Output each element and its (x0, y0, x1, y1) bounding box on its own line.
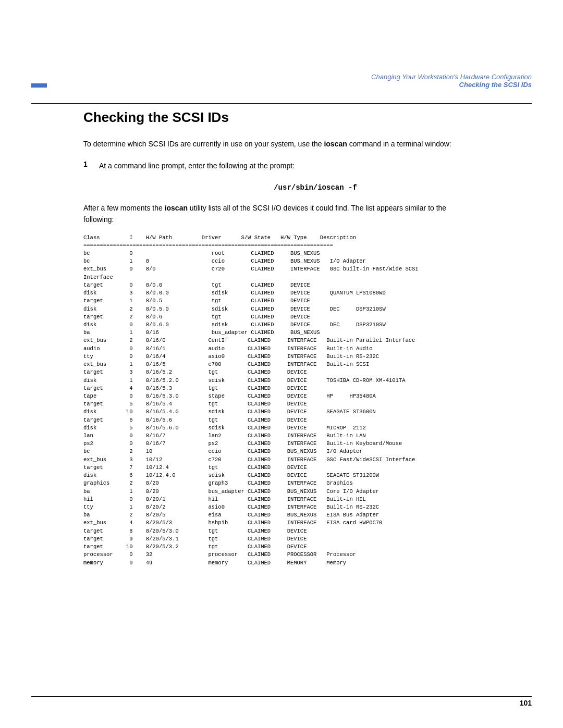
left-accent-bar (31, 83, 47, 88)
breadcrumb-line2: Checking the SCSI IDs (371, 81, 532, 89)
breadcrumb-line1: Changing Your Workstation's Hardware Con… (371, 73, 532, 81)
ioscan-bold: ioscan (324, 140, 347, 148)
command-text: /usr/sbin/ioscan -f (274, 183, 357, 192)
breadcrumb: Changing Your Workstation's Hardware Con… (371, 73, 532, 89)
page-number: 101 (520, 699, 532, 707)
command-block: /usr/sbin/ioscan -f (99, 182, 532, 192)
step-number-1: 1 (83, 160, 99, 171)
page-container: Changing Your Workstation's Hardware Con… (0, 0, 563, 728)
ioscan-bold-2: ioscan (165, 204, 188, 212)
top-rule (31, 103, 532, 104)
after-command-paragraph: After a few moments the ioscan utility l… (83, 202, 464, 226)
step-1-text: At a command line prompt, enter the foll… (99, 160, 295, 171)
main-content: Checking the SCSI IDs To determine which… (83, 109, 532, 567)
step-1: 1 At a command line prompt, enter the fo… (83, 160, 532, 171)
intro-paragraph: To determine which SCSI IDs are currentl… (83, 138, 464, 150)
terminal-output: Class I H/W Path Driver S/W State H/W Ty… (83, 234, 532, 567)
page-title: Checking the SCSI IDs (83, 109, 532, 126)
bottom-rule (31, 696, 532, 697)
